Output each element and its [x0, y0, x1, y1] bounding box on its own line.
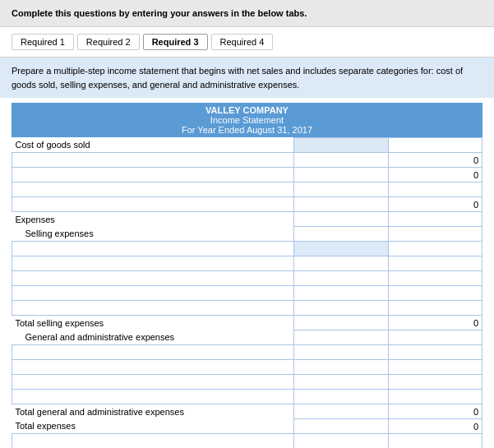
table-row: [12, 256, 482, 271]
table-row: [12, 286, 482, 301]
statement-title: Income Statement: [12, 115, 482, 125]
description-text: Prepare a multiple-step income statement…: [0, 58, 494, 98]
sell-col2-r2[interactable]: [388, 256, 482, 271]
sell-col1-r3[interactable]: [294, 271, 388, 286]
table-row: [12, 360, 482, 375]
total-exp-col1[interactable]: [294, 419, 388, 434]
total-ga-col1[interactable]: [294, 404, 388, 419]
ga-label-r2[interactable]: [12, 360, 294, 375]
sell-label-r3[interactable]: [12, 271, 294, 286]
ga-col2-r2[interactable]: [388, 360, 482, 375]
cost-of-goods-label: Cost of goods sold: [12, 138, 294, 153]
cogs-label-r3[interactable]: [12, 182, 294, 197]
table-row: [12, 345, 482, 360]
ga-col2-r4[interactable]: [388, 390, 482, 404]
sell-label-r4[interactable]: [12, 286, 294, 301]
instruction-text: Complete this questions by entering your…: [0, 0, 494, 27]
final-label[interactable]: [12, 434, 294, 449]
sell-label-r2[interactable]: [12, 256, 294, 271]
total-ga-col2: 0: [388, 404, 482, 419]
sell-label-r1[interactable]: [12, 242, 294, 256]
cogs-col1-r2[interactable]: [294, 168, 388, 182]
company-name: VALLEY COMPANY: [12, 105, 482, 115]
total-sell-col1[interactable]: [294, 316, 388, 330]
ga-label-r3[interactable]: [12, 375, 294, 390]
total-expenses-row: Total expenses 0: [12, 419, 482, 434]
final-col1[interactable]: [294, 434, 388, 449]
tab-required4[interactable]: Required 4: [211, 34, 274, 50]
selling-expenses-label: Selling expenses: [12, 227, 294, 242]
ga-label-r1[interactable]: [12, 345, 294, 360]
table-row: General and administrative expenses: [12, 330, 482, 345]
final-col2[interactable]: [388, 434, 482, 449]
table-row: Expenses: [12, 212, 482, 227]
table-row: [12, 434, 482, 449]
cogs-col2-r3[interactable]: [388, 182, 482, 197]
sell-col1-r2[interactable]: [294, 256, 388, 271]
income-statement-table: Cost of goods sold 0 0 0 Expenses: [12, 137, 482, 448]
sell-label-r5[interactable]: [12, 301, 294, 316]
cogs-label-r4[interactable]: [12, 197, 294, 212]
sell-col1-r4[interactable]: [294, 286, 388, 301]
tab-required3[interactable]: Required 3: [143, 34, 208, 50]
statement-period: For Year Ended August 31, 2017: [12, 125, 482, 135]
total-selling-label: Total selling expenses: [12, 316, 294, 330]
cogs-col1-r3[interactable]: [294, 182, 388, 197]
cogs-col2-r4: 0: [388, 197, 482, 212]
table-row: Selling expenses: [12, 227, 482, 242]
table-row: [12, 301, 482, 316]
table-row: [12, 242, 482, 256]
cogs-input2[interactable]: [388, 138, 482, 153]
tabs-bar: Required 1 Required 2 Required 3 Require…: [0, 27, 494, 58]
sell-col2-r1[interactable]: [388, 242, 482, 256]
cogs-col1-r4[interactable]: [294, 197, 388, 212]
ga-label-r4[interactable]: [12, 390, 294, 404]
table-row: 0: [12, 197, 482, 212]
sell-col2-r5[interactable]: [388, 301, 482, 316]
total-expenses-label: Total expenses: [12, 419, 294, 434]
cogs-col2-r1: 0: [388, 153, 482, 168]
table-row: [12, 390, 482, 404]
tab-required1[interactable]: Required 1: [12, 34, 74, 50]
gen-admin-label: General and administrative expenses: [12, 330, 294, 345]
sell-col1-r5[interactable]: [294, 301, 388, 316]
table-row: Cost of goods sold: [12, 138, 482, 153]
cogs-input1[interactable]: [294, 138, 388, 153]
ga-col2-r3[interactable]: [388, 375, 482, 390]
cogs-col1-r1[interactable]: [294, 153, 388, 168]
table-row: [12, 271, 482, 286]
sell-col2-r4[interactable]: [388, 286, 482, 301]
ga-col1-r4[interactable]: [294, 390, 388, 404]
table-row: [12, 182, 482, 197]
total-sell-col2: 0: [388, 316, 482, 330]
cogs-col2-r2: 0: [388, 168, 482, 182]
total-gen-admin-label: Total general and administrative expense…: [12, 404, 294, 419]
total-gen-admin-row: Total general and administrative expense…: [12, 404, 482, 419]
statement-container: VALLEY COMPANY Income Statement For Year…: [0, 98, 494, 448]
ga-col2-r1[interactable]: [388, 345, 482, 360]
sell-col1-r1[interactable]: [294, 242, 388, 256]
sell-col2-r3[interactable]: [388, 271, 482, 286]
tab-required2[interactable]: Required 2: [77, 34, 140, 50]
table-row: 0: [12, 168, 482, 182]
ga-col1-r1[interactable]: [294, 345, 388, 360]
table-row: [12, 375, 482, 390]
cogs-label-r1[interactable]: [12, 153, 294, 168]
ga-col1-r3[interactable]: [294, 375, 388, 390]
ga-col1-r2[interactable]: [294, 360, 388, 375]
table-row: 0: [12, 153, 482, 168]
total-selling-row: Total selling expenses 0: [12, 316, 482, 330]
cogs-label-r2[interactable]: [12, 168, 294, 182]
expenses-label: Expenses: [12, 212, 294, 227]
total-exp-col2: 0: [388, 419, 482, 434]
statement-header: VALLEY COMPANY Income Statement For Year…: [12, 103, 482, 137]
